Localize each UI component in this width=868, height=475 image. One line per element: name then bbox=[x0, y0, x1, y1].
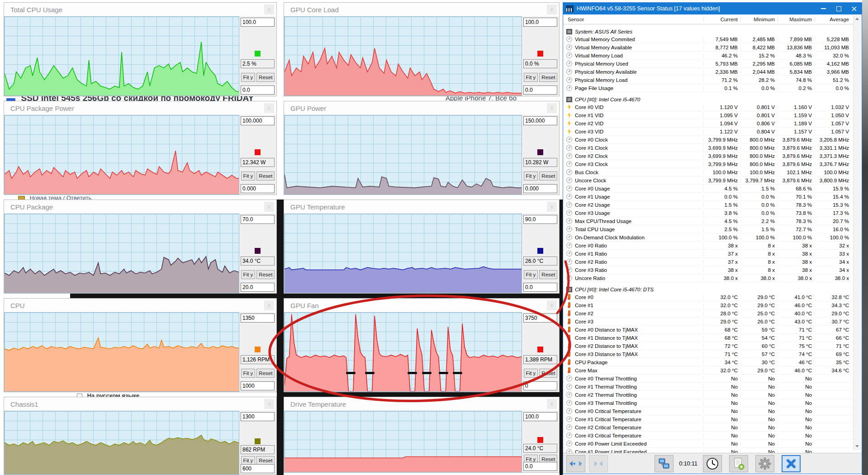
scroll-down-icon[interactable] bbox=[854, 442, 861, 450]
panel-close-icon[interactable]: x bbox=[264, 202, 274, 212]
sensor-row[interactable]: Max CPU/Thread Usage4.5 %2.2 %78.3 %20.7… bbox=[563, 217, 862, 225]
expand-columns-button[interactable] bbox=[566, 455, 585, 472]
sensor-row[interactable]: Core #3 Critical TemperatureNoNoNo bbox=[563, 432, 862, 440]
y-max-input[interactable]: 100.0 bbox=[523, 18, 557, 27]
sensor-row[interactable]: Core #2 Distance to TjMAX72 °C60 °C75 °C… bbox=[563, 342, 862, 350]
y-max-input[interactable]: 3750 bbox=[523, 314, 557, 323]
sensor-row[interactable]: Core #3 Clock3,799.9 MHz800.0 MHz3,879.6… bbox=[563, 160, 862, 168]
sensor-row[interactable]: On-Demand Clock Modulation100.0 %100.0 %… bbox=[563, 233, 862, 242]
fit-y-button[interactable]: Fit y bbox=[241, 73, 256, 82]
fit-y-button[interactable]: Fit y bbox=[524, 270, 538, 279]
logging-start-button[interactable] bbox=[703, 455, 722, 472]
panel-close-icon[interactable]: x bbox=[264, 103, 274, 113]
y-min-input[interactable]: 0.0 bbox=[523, 283, 557, 292]
reset-button[interactable]: Reset bbox=[256, 73, 275, 82]
y-min-input[interactable]: 20.0 bbox=[241, 283, 275, 292]
sensor-section-header[interactable]: CPU [#0]: Intel Core i5-4670 bbox=[563, 95, 862, 103]
sensor-row[interactable]: Uncore Ratio38.0 x38.0 x38.0 x38.0 x bbox=[563, 274, 862, 282]
y-min-input[interactable]: 0.000 bbox=[241, 184, 275, 193]
sensor-row[interactable]: Core #0 VID1.120 V0.801 V1.160 V1.032 V bbox=[563, 103, 862, 111]
sensor-row[interactable]: Core #3 Thermal ThrottlingNoNoNo bbox=[563, 399, 862, 407]
sensor-row[interactable]: Core #2 VID1.094 V0.806 V1.189 V1.057 V bbox=[563, 119, 862, 128]
sensor-row[interactable]: Core #2 Clock3,699.9 MHz800.0 MHz3,879.6… bbox=[563, 152, 862, 160]
sensor-section-header[interactable]: System: ASUS All Series bbox=[563, 28, 862, 35]
sensor-row[interactable]: Page File Usage0.1 %0.0 %0.2 %0.0 % bbox=[563, 84, 862, 92]
sensor-row[interactable]: Core #3 Distance to TjMAX71 °C57 °C74 °C… bbox=[563, 350, 862, 358]
close-button[interactable] bbox=[846, 3, 862, 14]
reset-button[interactable]: Reset bbox=[256, 369, 275, 378]
sensor-row[interactable]: Core #329.0 °C26.0 °C43.0 °C30.7 °C bbox=[563, 318, 862, 326]
sensor-row[interactable]: Core #0 Distance to TjMAX68 °C59 °C71 °C… bbox=[563, 326, 862, 334]
report-button[interactable] bbox=[729, 455, 748, 472]
scroll-up-icon[interactable] bbox=[854, 15, 861, 23]
fit-y-button[interactable]: Fit y bbox=[241, 270, 256, 279]
minimize-button[interactable] bbox=[816, 3, 831, 14]
sensor-row[interactable]: CPU Package34 °C30 °C46 °C35 °C bbox=[563, 358, 862, 366]
reset-button[interactable]: Reset bbox=[539, 73, 557, 82]
reset-button[interactable]: Reset bbox=[256, 171, 275, 180]
panel-close-icon[interactable]: x bbox=[264, 5, 274, 14]
y-min-input[interactable]: 0.0 bbox=[523, 462, 557, 471]
sensor-row[interactable]: Core #032.0 °C29.0 °C41.0 °C32.8 °C bbox=[563, 293, 862, 301]
sensor-row[interactable]: Core #1 Usage0.0 %0.0 %70.1 %15.4 % bbox=[563, 193, 862, 201]
y-min-input[interactable]: 0.0 bbox=[241, 86, 275, 95]
panel-close-icon[interactable]: x bbox=[547, 5, 557, 14]
settings-button[interactable] bbox=[755, 455, 774, 472]
y-min-input[interactable]: 0.0 bbox=[523, 86, 557, 95]
sensor-row[interactable]: Uncore Clock3,799.9 MHz3,799.7 MHz3,879.… bbox=[563, 176, 862, 185]
y-max-input[interactable]: 100.0 bbox=[241, 18, 275, 27]
sensor-row[interactable]: Core Max32.0 °C29.0 °C46.0 °C34.6 °C bbox=[563, 366, 862, 375]
y-max-input[interactable]: 1350 bbox=[241, 314, 275, 323]
fit-y-button[interactable]: Fit y bbox=[241, 171, 256, 180]
sensor-row[interactable]: Bus Clock100.0 MHz100.0 MHz102.1 MHz100.… bbox=[563, 168, 862, 176]
sensor-row[interactable]: Core #0 Power Limit ExceededNoNoNo bbox=[563, 440, 862, 448]
sensor-row[interactable]: Physical Memory Available2,336 MB2,044 M… bbox=[563, 68, 862, 76]
sensor-row[interactable]: Core #1 Thermal ThrottlingNoNoNo bbox=[563, 383, 862, 391]
sensor-row[interactable]: Physical Memory Load71.2 %28.2 %74.8 %51… bbox=[563, 76, 862, 84]
sensor-row[interactable]: Core #0 Critical TemperatureNoNoNo bbox=[563, 407, 862, 415]
column-header-sensor[interactable]: Sensor bbox=[563, 17, 703, 22]
sensor-row[interactable]: Core #1 Distance to TjMAX68 °C54 °C71 °C… bbox=[563, 334, 862, 342]
sensor-row[interactable]: Core #1 Ratio37 x8 x38 x33 x bbox=[563, 250, 862, 258]
sensor-row[interactable]: Core #0 Clock3,799.9 MHz800.0 MHz3,879.6… bbox=[563, 136, 862, 144]
sensor-row[interactable]: Virtual Memory Commited7,549 MB2,485 MB7… bbox=[563, 35, 862, 43]
hwinfo-titlebar[interactable]: HWiNFO64 v5.58-3255 Sensor Status [17 va… bbox=[563, 3, 862, 14]
sensor-row[interactable]: Core #2 Ratio37 x8 x38 x34 x bbox=[563, 258, 862, 266]
sensor-row[interactable]: Core #3 VID1.122 V0.804 V1.157 V1.057 V bbox=[563, 128, 862, 136]
sensor-row[interactable]: Core #3 Ratio38 x8 x38 x34 x bbox=[563, 266, 862, 274]
sensor-row[interactable]: Core #2 Usage1.5 %0.0 %78.3 %15.3 % bbox=[563, 201, 862, 209]
sensor-row[interactable]: Total CPU Usage2.5 %1.5 %72.7 %16.0 % bbox=[563, 225, 862, 233]
panel-close-icon[interactable]: x bbox=[547, 103, 557, 113]
sensor-row[interactable]: Core #0 Ratio38 x8 x38 x32 x bbox=[563, 242, 862, 250]
panel-close-icon[interactable]: x bbox=[547, 300, 557, 310]
reset-button[interactable]: Reset bbox=[539, 369, 557, 378]
y-max-input[interactable]: 1300 bbox=[241, 412, 275, 421]
y-max-input[interactable]: 150.000 bbox=[523, 116, 557, 125]
sensor-row[interactable]: Core #228.0 °C25.0 °C40.0 °C29.0 °C bbox=[563, 309, 862, 318]
exit-button[interactable] bbox=[782, 455, 801, 472]
panel-close-icon[interactable]: x bbox=[547, 202, 557, 212]
sensor-row[interactable]: Virtual Memory Available8,772 MB8,422 MB… bbox=[563, 43, 862, 52]
y-max-input[interactable]: 100.0 bbox=[523, 412, 557, 421]
reset-button[interactable]: Reset bbox=[539, 270, 557, 279]
reset-button[interactable]: Reset bbox=[539, 171, 557, 180]
sensor-row[interactable]: Core #1 VID1.095 V0.801 V1.159 V1.050 V bbox=[563, 111, 862, 119]
panel-close-icon[interactable]: x bbox=[264, 300, 274, 310]
sensor-row[interactable]: Core #0 Thermal ThrottlingNoNoNo bbox=[563, 375, 862, 383]
sensor-section-header[interactable]: CPU [#0]: Intel Core i5-4670: DTS bbox=[563, 285, 862, 293]
y-max-input[interactable]: 100.000 bbox=[241, 116, 275, 125]
sensor-row[interactable]: Core #132.0 °C29.0 °C46.0 °C34.3 °C bbox=[563, 301, 862, 309]
fit-y-button[interactable]: Fit y bbox=[524, 73, 538, 82]
column-header-maximum[interactable]: Maximum bbox=[778, 17, 815, 22]
fit-y-button[interactable]: Fit y bbox=[241, 369, 256, 378]
sensor-row[interactable]: Core #2 Critical TemperatureNoNoNo bbox=[563, 423, 862, 432]
panel-close-icon[interactable]: x bbox=[264, 399, 274, 409]
column-header-minimum[interactable]: Minimum bbox=[740, 17, 778, 22]
panel-close-icon[interactable]: x bbox=[547, 399, 557, 409]
vertical-scrollbar[interactable] bbox=[853, 15, 861, 450]
sensor-row[interactable]: Virtual Memory Load46.2 %15.2 %48.3 %32.… bbox=[563, 52, 862, 60]
sensor-row[interactable]: Physical Memory Used5,793 MB2,295 MB6,08… bbox=[563, 60, 862, 68]
maximize-button[interactable] bbox=[831, 3, 846, 14]
remote-sensors-button[interactable] bbox=[655, 455, 674, 472]
y-min-input[interactable]: 0 bbox=[523, 381, 557, 390]
